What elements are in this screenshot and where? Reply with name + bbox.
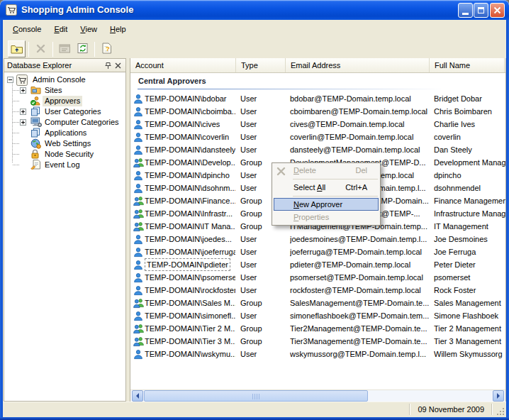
cell-type: User	[240, 245, 283, 258]
tree-item-label: Sites	[43, 85, 64, 96]
list-row[interactable]: TEMP-DOMAIN\Sales M...GroupSalesManageme…	[130, 297, 505, 309]
tree-item-web-settings[interactable]: Web Settings	[4, 138, 125, 149]
column-header-email-address[interactable]: Email Address	[286, 58, 430, 72]
tree-item-approvers[interactable]: Approvers	[4, 96, 125, 106]
tree-item-admin-console[interactable]: Admin Console	[4, 74, 125, 85]
list-row[interactable]: TEMP-DOMAIN\pdieterUserpdieter@TEMP-Doma…	[130, 258, 505, 271]
cell-fullname: Rock Foster	[434, 284, 505, 297]
app-cart-icon	[6, 4, 17, 16]
user-icon	[133, 285, 143, 296]
close-button[interactable]	[490, 3, 505, 18]
menu-view[interactable]: View	[74, 22, 104, 36]
menu-item-delete: DeleteDel	[272, 164, 380, 177]
cell-type: User	[240, 348, 283, 360]
close-panel-icon[interactable]	[113, 60, 123, 70]
expand-icon[interactable]	[20, 109, 26, 115]
tree-item-label: Approvers	[43, 96, 82, 106]
cell-email: coverlin@TEMP-Domain.temp.local	[290, 131, 430, 143]
tree-item-sites[interactable]: Sites	[4, 85, 125, 96]
scrollbar-thumb[interactable]	[144, 390, 368, 402]
collapse-icon[interactable]	[7, 77, 13, 83]
tree-item-user-categories[interactable]: User Categories	[4, 106, 125, 117]
cell-email: joedesmoines@TEMP-Domain.temp.l...	[290, 233, 430, 245]
menu-console[interactable]: Console	[6, 22, 47, 36]
group-icon	[133, 298, 144, 309]
group-icon	[133, 324, 144, 334]
cell-account: TEMP-DOMAIN\Sales M...	[145, 297, 235, 309]
group-title: Central Approvers	[138, 75, 206, 87]
list-row[interactable]: TEMP-DOMAIN\joedes...Userjoedesmoines@TE…	[130, 233, 505, 245]
list-row[interactable]: TEMP-DOMAIN\coverlinUsercoverlin@TEMP-Do…	[130, 131, 505, 143]
cell-email: dansteely@TEMP-Domain.temp.local	[290, 143, 430, 156]
list-row[interactable]: TEMP-DOMAIN\wskymu...Userwskymussorg@TEM…	[130, 348, 505, 360]
tree-item-label: Node Security	[43, 149, 96, 160]
expand-icon[interactable]	[20, 87, 26, 94]
explorer-header: Database Explorer	[4, 58, 126, 72]
list-row[interactable]: TEMP-DOMAIN\psomersetUserpsomerset@TEMP-…	[130, 271, 505, 284]
scroll-left-button[interactable]	[132, 390, 143, 402]
help-button[interactable]: ?	[98, 40, 116, 57]
scroll-left-icon	[133, 393, 139, 399]
menu-item-select-all[interactable]: Select AllCtrl+A	[272, 181, 380, 194]
menu-separator	[293, 179, 378, 179]
pin-icon[interactable]	[103, 60, 113, 70]
cell-account: TEMP-DOMAIN\joedes...	[145, 233, 232, 245]
help-icon: ?	[101, 43, 112, 55]
refresh-button[interactable]	[74, 40, 91, 57]
cell-account: TEMP-DOMAIN\wskymu...	[145, 348, 235, 360]
menu-edit[interactable]: Edit	[47, 22, 74, 36]
tree-item-applications[interactable]: Applications	[4, 128, 125, 138]
tree-item-computer-categories[interactable]: Computer Categories	[4, 117, 125, 128]
cell-fullname: dpincho	[434, 169, 505, 182]
group-icon	[133, 158, 144, 168]
list-row[interactable]: TEMP-DOMAIN\Tier 3 M...GroupTier3Managem…	[130, 335, 505, 348]
titlebar[interactable]: Shopping Admin Console	[0, 0, 509, 20]
list-row[interactable]: TEMP-DOMAIN\dansteelyUserdansteely@TEMP-…	[130, 143, 505, 156]
resize-grip[interactable]	[496, 407, 505, 416]
list-row[interactable]: TEMP-DOMAIN\simonefl...Usersimoneflashbo…	[130, 309, 505, 322]
tree-item-label: User Categories	[43, 106, 103, 117]
list-row[interactable]: TEMP-DOMAIN\joeferrugaUserjoeferruga@TEM…	[130, 245, 505, 258]
tree-item-event-log[interactable]: Event Log	[4, 160, 125, 170]
list-row[interactable]: TEMP-DOMAIN\bdobarUserbdobar@TEMP-Domain…	[130, 92, 505, 105]
cell-account: TEMP-DOMAIN\Finance...	[145, 194, 235, 207]
context-menu: DeleteDelSelect AllCtrl+ANew ApproverPro…	[272, 162, 381, 226]
cell-email: pdieter@TEMP-Domain.temp.local	[290, 258, 430, 271]
statusbar-separator	[409, 404, 410, 415]
cell-fullname: Development Management	[434, 156, 505, 169]
list-row[interactable]: TEMP-DOMAIN\Tier 2 M...GroupTier2Managem…	[130, 322, 505, 335]
user-icon	[133, 132, 143, 143]
cell-type: User	[240, 105, 283, 118]
up-one-level-button[interactable]	[8, 40, 26, 57]
column-header-type[interactable]: Type	[236, 58, 286, 72]
horizontal-scrollbar[interactable]	[130, 389, 505, 402]
tree-item-node-security[interactable]: Node Security	[4, 149, 125, 160]
column-header-full-name[interactable]: Full Name	[430, 58, 505, 72]
minimize-button[interactable]	[458, 3, 473, 18]
list-row[interactable]: TEMP-DOMAIN\civesUsercives@TEMP-Domain.t…	[130, 118, 505, 131]
properties-icon	[59, 43, 71, 55]
column-header-account[interactable]: Account	[130, 58, 236, 72]
statusbar: 09 November 2009	[3, 402, 506, 417]
cell-type: User	[240, 131, 283, 143]
menu-item-new-approver[interactable]: New Approver	[274, 198, 379, 211]
list-row[interactable]: TEMP-DOMAIN\cboimba...Usercboimbaren@TEM…	[130, 105, 505, 118]
menu-help[interactable]: Help	[104, 22, 133, 36]
cell-fullname: Sales Management	[434, 297, 505, 309]
maximize-button[interactable]	[474, 3, 488, 18]
list-row[interactable]: TEMP-DOMAIN\rockfosterUserrockfoster@TEM…	[130, 284, 505, 297]
user-icon	[133, 272, 143, 283]
delete-x-icon	[276, 166, 286, 176]
group-icon	[133, 221, 144, 232]
statusbar-separator	[491, 404, 493, 415]
cell-account: TEMP-DOMAIN\cboimba...	[145, 105, 235, 118]
scroll-right-button[interactable]	[493, 390, 504, 402]
cell-account: TEMP-DOMAIN\dpincho	[145, 169, 230, 182]
cell-account: TEMP-DOMAIN\rockfoster	[145, 284, 235, 297]
cell-type: User	[240, 143, 283, 156]
explorer-title: Database Explorer	[7, 61, 103, 70]
expand-icon[interactable]	[20, 119, 26, 126]
toolbar: ?	[3, 38, 506, 60]
cell-type: Group	[240, 322, 283, 335]
cell-account: TEMP-DOMAIN\Tier 2 M...	[145, 322, 235, 335]
